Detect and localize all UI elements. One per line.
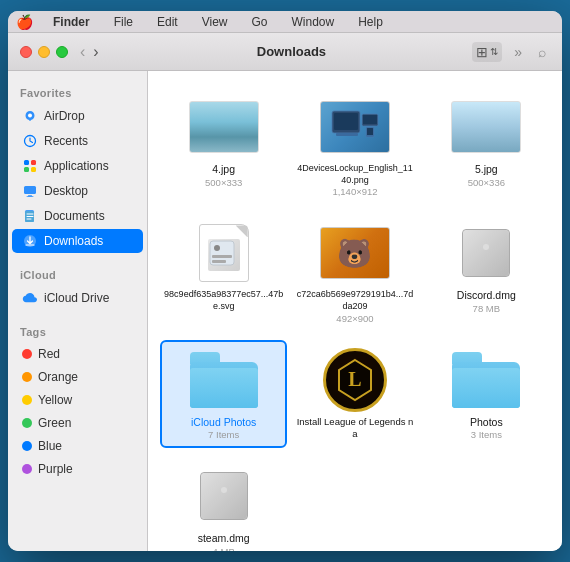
file-area: 4.jpg 500×333 <box>148 71 562 551</box>
file-name-svg: 98c9edf635a98377ec57...47be.svg <box>164 289 283 312</box>
file-steam[interactable]: steam.dmg 4 MB <box>160 456 287 551</box>
sidebar-tag-yellow[interactable]: Yellow <box>12 389 143 411</box>
window-title: Downloads <box>111 44 473 59</box>
forward-button[interactable]: › <box>93 43 98 61</box>
file-menu[interactable]: File <box>110 15 137 29</box>
file-meta-5jpg: 500×336 <box>468 177 505 188</box>
file-thumb-steam <box>188 464 260 528</box>
more-button[interactable]: » <box>510 42 526 62</box>
svg-rect-4 <box>24 167 29 172</box>
yellow-tag-dot <box>22 395 32 405</box>
file-meta-4jpg: 500×333 <box>205 177 242 188</box>
svg-rect-6 <box>24 186 36 194</box>
sidebar-item-recents[interactable]: Recents <box>12 129 143 153</box>
file-thumb-photos <box>450 348 522 412</box>
sidebar-applications-label: Applications <box>44 159 109 173</box>
file-name-winnie: c72ca6b569e9729191b4...7dda209 <box>295 289 414 312</box>
file-discord[interactable]: Discord.dmg 78 MB <box>423 213 550 331</box>
finder-menu[interactable]: Finder <box>49 15 94 29</box>
downloads-icon <box>22 233 38 249</box>
svg-point-0 <box>28 114 32 118</box>
tag-blue-label: Blue <box>38 439 62 453</box>
svg-rect-14 <box>336 133 358 136</box>
tag-red-label: Red <box>38 347 60 361</box>
svg-rect-18 <box>367 128 373 135</box>
sidebar-item-desktop[interactable]: Desktop <box>12 179 143 203</box>
sidebar-tag-green[interactable]: Green <box>12 412 143 434</box>
grid-view-icon: ⊞ <box>476 44 488 60</box>
file-meta-4devices: 1,140×912 <box>332 186 377 197</box>
sidebar-icloud-label: iCloud Drive <box>44 291 109 305</box>
file-svg[interactable]: 98c9edf635a98377ec57...47be.svg <box>160 213 287 331</box>
svg-rect-22 <box>212 260 226 263</box>
sort-icon: ⇅ <box>490 46 498 57</box>
back-button[interactable]: ‹ <box>80 43 85 61</box>
titlebar-controls: ⊞ ⇅ » ⌕ <box>472 42 550 62</box>
file-winnie[interactable]: 🐻 c72ca6b569e9729191b4...7dda209 492×900 <box>291 213 418 331</box>
search-button[interactable]: ⌕ <box>534 42 550 62</box>
file-league[interactable]: L Install League of Legends na <box>291 340 418 449</box>
file-photos[interactable]: Photos 3 Items <box>423 340 550 449</box>
airdrop-icon <box>22 108 38 124</box>
sidebar-item-downloads[interactable]: Downloads <box>12 229 143 253</box>
sidebar-airdrop-label: AirDrop <box>44 109 85 123</box>
traffic-lights <box>20 46 68 58</box>
file-name-4devices: 4DevicesLockup_English_1140.png <box>295 163 414 186</box>
blue-tag-dot <box>22 441 32 451</box>
window-menu[interactable]: Window <box>288 15 339 29</box>
svg-rect-3 <box>31 160 36 165</box>
file-thumb-discord <box>450 221 522 285</box>
documents-icon <box>22 208 38 224</box>
sidebar-tag-red[interactable]: Red <box>12 343 143 365</box>
svg-rect-8 <box>27 196 34 197</box>
sidebar-item-applications[interactable]: Applications <box>12 154 143 178</box>
go-menu[interactable]: Go <box>248 15 272 29</box>
sidebar-tag-blue[interactable]: Blue <box>12 435 143 457</box>
file-icloud-photos[interactable]: iCloud Photos 7 Items <box>160 340 287 449</box>
orange-tag-dot <box>22 372 32 382</box>
view-toggle[interactable]: ⊞ ⇅ <box>472 42 502 62</box>
svg-rect-16 <box>363 115 377 124</box>
file-5jpg[interactable]: 5.jpg 500×336 <box>423 87 550 205</box>
maximize-button[interactable] <box>56 46 68 58</box>
svg-rect-13 <box>334 113 358 130</box>
svg-rect-21 <box>212 255 232 258</box>
file-name-photos: Photos <box>470 416 503 430</box>
tag-purple-label: Purple <box>38 462 73 476</box>
file-thumb-icloud-photos <box>188 348 260 412</box>
file-name-discord: Discord.dmg <box>457 289 516 303</box>
sidebar-item-airdrop[interactable]: AirDrop <box>12 104 143 128</box>
file-meta-steam: 4 MB <box>213 546 235 551</box>
file-name-5jpg: 5.jpg <box>475 163 498 177</box>
tag-yellow-label: Yellow <box>38 393 72 407</box>
help-menu[interactable]: Help <box>354 15 387 29</box>
file-name-league: Install League of Legends na <box>295 416 414 441</box>
favorites-label: Favorites <box>8 79 147 103</box>
minimize-button[interactable] <box>38 46 50 58</box>
apple-menu[interactable]: 🍎 <box>16 14 33 30</box>
sidebar-recents-label: Recents <box>44 134 88 148</box>
file-4jpg[interactable]: 4.jpg 500×333 <box>160 87 287 205</box>
file-4devices[interactable]: 4DevicesLockup_English_1140.png 1,140×91… <box>291 87 418 205</box>
svg-rect-5 <box>31 167 36 172</box>
file-meta-photos: 3 Items <box>471 429 502 440</box>
view-menu[interactable]: View <box>198 15 232 29</box>
sidebar-tag-purple[interactable]: Purple <box>12 458 143 480</box>
file-grid: 4.jpg 500×333 <box>160 87 550 551</box>
tag-orange-label: Orange <box>38 370 78 384</box>
navigation-controls: ‹ › <box>80 43 99 61</box>
file-meta-winnie: 492×900 <box>336 313 373 324</box>
icloud-drive-icon <box>22 290 38 306</box>
close-button[interactable] <box>20 46 32 58</box>
sidebar-item-documents[interactable]: Documents <box>12 204 143 228</box>
file-meta-icloud-photos: 7 Items <box>208 429 239 440</box>
sidebar-desktop-label: Desktop <box>44 184 88 198</box>
svg-rect-2 <box>24 160 29 165</box>
sidebar-item-icloud-drive[interactable]: iCloud Drive <box>12 286 143 310</box>
desktop-icon <box>22 183 38 199</box>
svg-rect-26 <box>201 473 247 519</box>
sidebar-tag-orange[interactable]: Orange <box>12 366 143 388</box>
purple-tag-dot <box>22 464 32 474</box>
edit-menu[interactable]: Edit <box>153 15 182 29</box>
menubar: 🍎 Finder File Edit View Go Window Help <box>8 11 562 33</box>
